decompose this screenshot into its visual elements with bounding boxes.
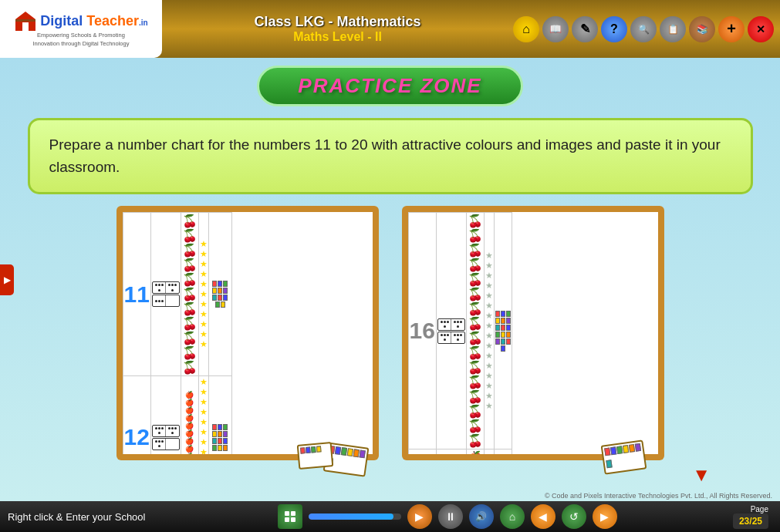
- chart-2-inner: 16 🍒🍒🍒🍒🍒🍒🍒🍒🍒🍒🍒🍒🍒🍒🍒🍒: [408, 212, 658, 454]
- stars-12: ★★★★★ ★★★★★ ★★: [200, 377, 208, 454]
- svg-rect-3: [285, 511, 289, 516]
- page-current: 23: [739, 516, 749, 527]
- next-button[interactable]: ▶: [593, 504, 617, 529]
- number-11: 11: [124, 281, 150, 307]
- page-info-container: Page 23/25: [733, 505, 772, 529]
- down-arrow-indicator: ▼: [692, 464, 711, 486]
- fruit-12: 🍎🍎🍎🍎🍎🍎🍎🍎🍎🍎🍎🍎: [182, 377, 198, 454]
- practice-banner: PRACTICE ZONE: [257, 66, 522, 106]
- footer-controls: ▶ ⏸ 🔊 ⌂ ◀ ↺ ▶: [162, 504, 733, 529]
- library-button[interactable]: 📚: [689, 16, 715, 42]
- notes-button[interactable]: 📋: [660, 16, 686, 42]
- footer-status-text: Right click & Enter your School: [8, 511, 162, 523]
- number-chart-2: 16 🍒🍒🍒🍒🍒🍒🍒🍒🍒🍒🍒🍒🍒🍒🍒🍒: [402, 206, 664, 460]
- play-button[interactable]: ▶: [407, 504, 432, 529]
- side-arrow[interactable]: ▶: [0, 264, 14, 295]
- progress-bar[interactable]: [309, 513, 401, 520]
- header-center: Class LKG - Mathematics Maths Level - II: [162, 10, 513, 48]
- chart-2-table: 16 🍒🍒🍒🍒🍒🍒🍒🍒🍒🍒🍒🍒🍒🍒🍒🍒: [408, 212, 512, 454]
- scattered-card-3: [600, 439, 647, 474]
- fruit-11: 🍒🍒🍒🍒🍒🍒🍒🍒🍒🍒🍒: [182, 214, 198, 375]
- logo-tagline: Empowering Schools & PromotingInnovation…: [33, 32, 130, 48]
- bars-11: [210, 281, 231, 308]
- domino-12: [152, 425, 180, 450]
- back-button[interactable]: ◀: [531, 504, 555, 529]
- domino-11: [152, 281, 180, 307]
- page-total: 25: [752, 516, 762, 527]
- chart-1-inner: 11 🍒🍒🍒🍒🍒🍒🍒🍒🍒🍒🍒: [123, 212, 373, 454]
- help-button[interactable]: ?: [601, 16, 627, 42]
- logo-area: Digital Teacher.in Empowering Schools & …: [0, 0, 162, 58]
- fruit-17: 🍎🍎🍎🍎🍎🍎🍎🍎🍎🍎🍎🍎🍎🍎🍎🍎🍎: [468, 450, 483, 454]
- svg-rect-2: [15, 19, 35, 22]
- table-row: 12 🍎🍎🍎🍎🍎🍎🍎🍎🍎🍎🍎🍎: [123, 376, 231, 455]
- svg-rect-4: [291, 511, 295, 516]
- header-title: Class LKG - Mathematics: [162, 14, 513, 30]
- svg-rect-5: [285, 517, 289, 522]
- svg-rect-1: [22, 22, 29, 31]
- instruction-box: Prepare a number chart for the numbers 1…: [28, 118, 753, 194]
- main-content: ▶ PRACTICE ZONE Prepare a number chart f…: [0, 58, 780, 501]
- domino-16: [437, 318, 465, 344]
- charts-container: 11 🍒🍒🍒🍒🍒🍒🍒🍒🍒🍒🍒: [116, 206, 664, 460]
- brand-name: Digital Teacher.in: [40, 13, 147, 29]
- bars-12: [210, 424, 231, 451]
- refresh-button[interactable]: ↺: [562, 504, 586, 529]
- book-button[interactable]: 📖: [542, 16, 569, 42]
- copyright: © Code and Pixels Interactive Technologi…: [545, 492, 772, 500]
- table-row: 11 🍒🍒🍒🍒🍒🍒🍒🍒🍒🍒🍒: [123, 213, 231, 376]
- practice-zone-title: PRACTICE ZONE: [298, 74, 481, 97]
- header-subtitle: Maths Level - II: [162, 30, 513, 44]
- fruit-16: 🍒🍒🍒🍒🍒🍒🍒🍒🍒🍒🍒🍒🍒🍒🍒🍒: [468, 214, 483, 448]
- number-chart-1: 11 🍒🍒🍒🍒🍒🍒🍒🍒🍒🍒🍒: [116, 206, 379, 460]
- footer: Right click & Enter your School ▶ ⏸ 🔊 ⌂ …: [0, 501, 780, 532]
- table-row: 17 🍎🍎🍎🍎🍎🍎🍎🍎🍎🍎🍎🍎🍎🍎🍎🍎🍎: [408, 450, 512, 455]
- number-12: 12: [124, 424, 150, 450]
- header: Digital Teacher.in Empowering Schools & …: [0, 0, 780, 58]
- svg-rect-6: [291, 517, 295, 522]
- chart-1-table: 11 🍒🍒🍒🍒🍒🍒🍒🍒🍒🍒🍒: [123, 212, 232, 454]
- add-button[interactable]: +: [718, 16, 745, 42]
- bars-16: [495, 311, 511, 352]
- pause-button[interactable]: ⏸: [438, 504, 463, 529]
- page-label: Page: [733, 505, 768, 513]
- stars-11: ★★★★★ ★★★★★ ★: [200, 239, 208, 349]
- page-info: 23/25: [733, 513, 768, 529]
- scattered-card-2: [296, 442, 333, 470]
- close-button[interactable]: ✕: [748, 16, 774, 42]
- progress-fill: [309, 513, 393, 520]
- header-icons: ⌂ 📖 ✎ ? 🔍 📋 📚 + ✕: [513, 16, 780, 42]
- table-row: 16 🍒🍒🍒🍒🍒🍒🍒🍒🍒🍒🍒🍒🍒🍒🍒🍒: [408, 213, 512, 450]
- home-footer-button[interactable]: ⌂: [500, 504, 525, 529]
- instruction-text: Prepare a number chart for the numbers 1…: [49, 134, 731, 178]
- home-button[interactable]: ⌂: [513, 16, 539, 42]
- volume-button[interactable]: 🔊: [469, 504, 494, 529]
- edit-button[interactable]: ✎: [572, 16, 598, 42]
- stars-16: ★★★★ ★★★★ ★★★★ ★★★★: [485, 251, 493, 411]
- tool-button[interactable]: [278, 504, 302, 529]
- search-button[interactable]: 🔍: [630, 16, 657, 42]
- number-16: 16: [410, 318, 435, 343]
